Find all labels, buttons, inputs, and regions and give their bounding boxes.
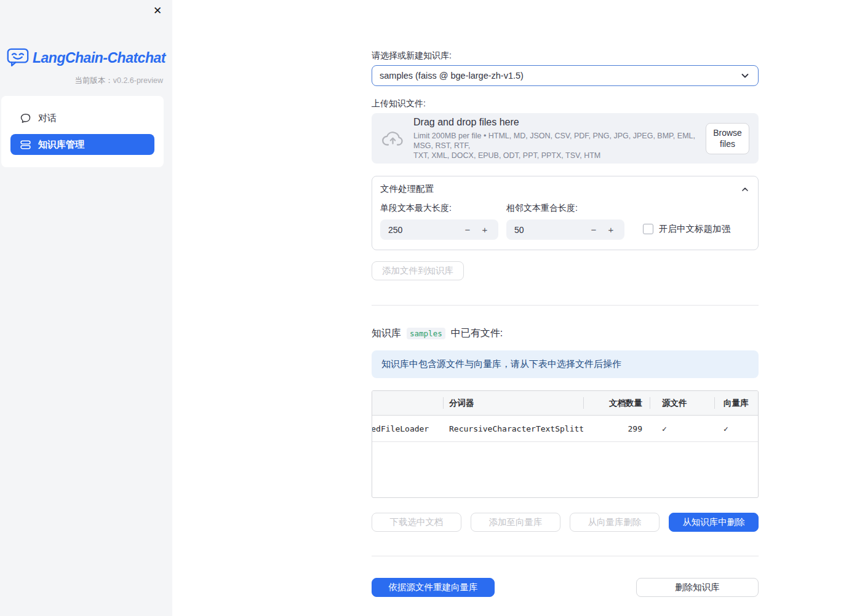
dropzone-limit-line2: TXT, XML, DOCX, EPUB, ODT, PPT, PPTX, TS… <box>413 151 700 160</box>
add-files-row: 添加文件到知识库 <box>372 261 759 280</box>
chevron-down-icon <box>739 70 751 81</box>
max-length-increment-button[interactable]: + <box>476 221 493 239</box>
kb-files-table[interactable]: 文档加载器 分词器 文档数量 源文件 向量库 UnstructuredFileL… <box>372 390 759 498</box>
kb-files-heading-prefix: 知识库 <box>372 327 401 340</box>
main-area: 请选择或新建知识库: samples (faiss @ bge-large-zh… <box>172 0 849 616</box>
cell-vector-store-check[interactable]: ✓ <box>714 416 759 441</box>
sidebar-menu: 对话 知识库管理 <box>1 96 164 167</box>
column-header-vector-store[interactable]: 向量库 <box>714 391 759 415</box>
delete-from-vector-store-button[interactable]: 从向量库删除 <box>570 513 660 532</box>
dropzone-instructions: Drag and drop files here Limit 200MB per… <box>413 117 706 160</box>
version-info: 当前版本：v0.2.6-preview <box>0 76 163 86</box>
kb-name-code: samples <box>407 328 445 339</box>
delete-kb-button[interactable]: 删除知识库 <box>636 578 759 597</box>
column-header-loader[interactable]: 文档加载器 <box>372 391 443 415</box>
column-header-source-file[interactable]: 源文件 <box>650 391 714 415</box>
speech-bubble-icon <box>20 113 31 124</box>
kb-select-value: samples (faiss @ bge-large-zh-v1.5) <box>380 71 739 81</box>
rebuild-vector-store-button[interactable]: 依据源文件重建向量库 <box>372 578 495 597</box>
sidebar-item-knowledge-base[interactable]: 知识库管理 <box>10 134 154 155</box>
kb-manage-row: 依据源文件重建向量库 删除知识库 <box>372 578 759 597</box>
zh-title-enhance-label[interactable]: 开启中文标题加强 <box>659 223 730 235</box>
sidebar: ✕ LangChain-Chatchat 当前版本：v0.2.6-preview <box>0 0 172 616</box>
overlap-increment-button[interactable]: + <box>602 221 620 239</box>
sidebar-item-dialogue[interactable]: 对话 <box>10 107 154 129</box>
version-value: v0.2.6-preview <box>113 76 163 85</box>
zh-title-enhance-option: 开启中文标题加强 <box>643 223 730 235</box>
overlap-length-value: 50 <box>514 225 585 235</box>
download-selected-button[interactable]: 下载选中文档 <box>372 513 461 532</box>
cloud-upload-icon <box>381 129 404 148</box>
version-label: 当前版本： <box>74 76 113 85</box>
overlap-length-label: 相邻文本重合长度: <box>506 203 624 214</box>
cell-loader[interactable]: UnstructuredFileLoader <box>372 416 443 441</box>
expander-title: 文件处理配置 <box>380 183 434 195</box>
stacked-cards-icon <box>20 140 31 150</box>
chevron-up-icon <box>741 185 749 194</box>
max-length-label: 单段文本最大长度: <box>380 203 498 214</box>
kb-files-heading: 知识库 samples 中已有文件: <box>372 327 759 340</box>
info-alert: 知识库中包含源文件与向量库，请从下表中选择文件后操作 <box>372 350 759 378</box>
table-header-row: 文档加载器 分词器 文档数量 源文件 向量库 <box>372 391 759 416</box>
sidebar-item-label: 知识库管理 <box>38 139 84 151</box>
content-column: 请选择或新建知识库: samples (faiss @ bge-large-zh… <box>372 0 759 597</box>
kb-select[interactable]: samples (faiss @ bge-large-zh-v1.5) <box>372 65 759 86</box>
file-dropzone[interactable]: Drag and drop files here Limit 200MB per… <box>372 113 759 164</box>
zh-title-enhance-checkbox[interactable] <box>643 224 653 234</box>
max-length-field: 单段文本最大长度: 250 − + <box>380 203 498 240</box>
upload-label: 上传知识文件: <box>372 98 759 109</box>
file-config-body: 单段文本最大长度: 250 − + 相邻文本重合长度: 50 − + <box>372 201 758 240</box>
dropzone-limit-line1: Limit 200MB per file • HTML, MD, JSON, C… <box>413 131 700 151</box>
app-title: LangChain-Chatchat <box>33 50 165 66</box>
overlap-length-field: 相邻文本重合长度: 50 − + <box>506 203 624 240</box>
column-header-splitter[interactable]: 分词器 <box>443 391 583 415</box>
file-actions-row: 下载选中文档 添加至向量库 从向量库删除 从知识库中删除 <box>372 513 759 532</box>
kb-files-heading-suffix: 中已有文件: <box>451 327 503 340</box>
close-sidebar-icon[interactable]: ✕ <box>150 4 165 18</box>
delete-from-kb-button[interactable]: 从知识库中删除 <box>669 513 759 532</box>
column-header-doc-count[interactable]: 文档数量 <box>583 391 650 415</box>
kb-files-table-inner: 文档加载器 分词器 文档数量 源文件 向量库 UnstructuredFileL… <box>372 391 759 442</box>
app-window: ✕ LangChain-Chatchat 当前版本：v0.2.6-preview <box>0 0 849 616</box>
add-to-vector-store-button[interactable]: 添加至向量库 <box>471 513 560 532</box>
browse-files-button[interactable]: Browse files <box>706 123 749 154</box>
max-length-input[interactable]: 250 − + <box>380 219 498 240</box>
cell-source-file-check[interactable]: ✓ <box>650 416 714 441</box>
cell-splitter[interactable]: RecursiveCharacterTextSplitter <box>443 416 583 441</box>
overlap-length-input[interactable]: 50 − + <box>506 219 624 240</box>
cell-doc-count[interactable]: 299 <box>583 416 650 441</box>
kb-select-label: 请选择或新建知识库: <box>372 50 759 61</box>
table-row[interactable]: UnstructuredFileLoader RecursiveCharacte… <box>372 416 759 442</box>
sidebar-item-label: 对话 <box>38 113 57 124</box>
max-length-decrement-button[interactable]: − <box>459 221 476 239</box>
divider <box>372 556 759 556</box>
add-files-to-kb-button[interactable]: 添加文件到知识库 <box>372 261 464 280</box>
max-length-value: 250 <box>388 225 459 235</box>
app-logo: LangChain-Chatchat <box>7 48 172 68</box>
file-config-expander-header[interactable]: 文件处理配置 <box>372 176 758 201</box>
chat-bubble-smiley-icon <box>7 48 29 68</box>
file-config-expander: 文件处理配置 单段文本最大长度: 250 − + <box>372 176 759 250</box>
overlap-decrement-button[interactable]: − <box>585 221 602 239</box>
dropzone-title: Drag and drop files here <box>413 117 700 128</box>
divider <box>372 305 759 306</box>
